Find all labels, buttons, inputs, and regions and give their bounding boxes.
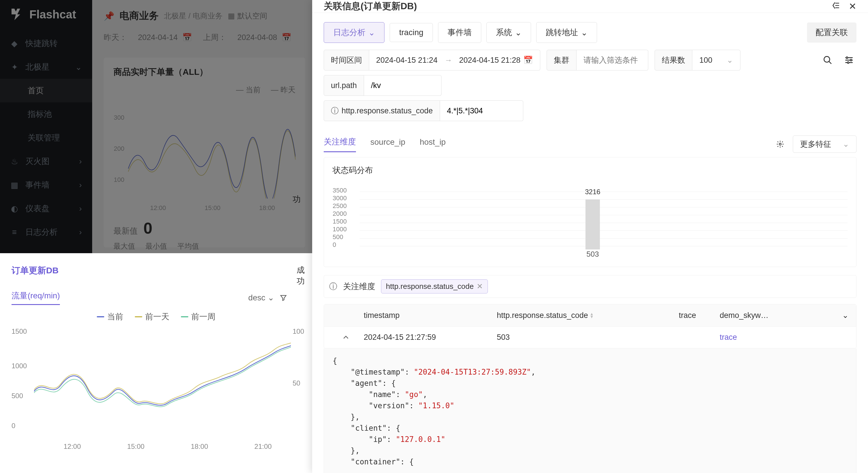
chevron-right-icon: › (79, 204, 82, 213)
time-to: 2024-04-15 21:28 (459, 56, 520, 65)
close-icon[interactable]: ✕ (849, 1, 857, 12)
configure-relation-button[interactable]: 配置关联 (807, 23, 857, 42)
stat-max-label: 最大值 (114, 241, 135, 251)
tab-flow[interactable]: 流量(req/min) (11, 290, 60, 305)
tab-host-ip[interactable]: host_ip (420, 138, 445, 151)
histogram-bar[interactable] (586, 199, 600, 249)
settings-lines-icon[interactable] (841, 53, 857, 68)
log-json-detail[interactable]: { "@timestamp": "2024-04-15T13:27:59.893… (324, 348, 857, 473)
tab-success[interactable]: 成功 (291, 265, 312, 286)
tab-source-ip[interactable]: source_ip (370, 138, 405, 151)
info-icon: ⓘ (331, 106, 339, 116)
gauge-icon: ◐ (10, 205, 19, 213)
cluster-field[interactable] (584, 56, 641, 65)
time-range-picker[interactable]: 2024-04-15 21:24 → 2024-04-15 21:28 📅 (369, 50, 540, 70)
nav-quick-jump-label: 快捷跳转 (25, 38, 58, 49)
chevron-down-icon: ⌄ (843, 139, 849, 149)
cell-timestamp: 2024-04-15 21:27:59 (364, 333, 493, 342)
col-trace[interactable]: trace (679, 311, 716, 320)
crumb-sep: / (188, 11, 190, 20)
nav-home[interactable]: 首页 (0, 79, 92, 102)
svg-point-1 (846, 57, 848, 59)
close-icon[interactable]: ✕ (476, 282, 483, 291)
nav-event-wall[interactable]: ▦ 事件墙 › (0, 173, 92, 197)
cluster-input[interactable] (577, 50, 648, 70)
space-badge[interactable]: ▦ 默认空间 (228, 11, 267, 21)
lastweek-date-picker[interactable]: 2024-04-08 📅 (235, 32, 294, 43)
legend-prev-day: 前一天 (145, 311, 169, 322)
status-code-field[interactable] (447, 106, 516, 115)
svg-point-4 (779, 143, 781, 145)
list-collapse-icon[interactable] (831, 1, 841, 12)
table-row[interactable]: 2024-04-15 21:27:59 503 trace (324, 326, 856, 348)
nav-metric-pool[interactable]: 指标池 (0, 102, 92, 126)
tab-jump-addr[interactable]: 跳转地址 ⌄ (536, 22, 597, 43)
gear-icon[interactable] (773, 137, 788, 151)
tooltip-partial: 功 (291, 192, 302, 207)
col-timestamp[interactable]: timestamp (364, 311, 493, 320)
success-rate-panel-partial: 成功 100 50 (291, 253, 312, 473)
legend-item: 当前 (246, 86, 260, 94)
yesterday-label: 昨天： (104, 32, 127, 42)
flow-chart-legend: 当前 前一天 前一周 (11, 311, 301, 322)
cell-status: 503 (497, 333, 675, 342)
info-icon: ⓘ (329, 281, 337, 292)
tab-log-analysis[interactable]: 日志分析 ⌄ (324, 22, 384, 43)
status-code-histogram-card: 状态码分布 3500 3000 2500 2000 1500 1000 500 … (324, 157, 857, 267)
focus-dimension-tag[interactable]: http.response.status_code ✕ (381, 279, 488, 294)
svg-point-2 (850, 59, 852, 61)
nav-label: 仪表盘 (25, 203, 50, 214)
nav-dashboard[interactable]: ◐ 仪表盘 › (0, 197, 92, 221)
nav-fire-map[interactable]: ♨ 灭火图 › (0, 149, 92, 173)
grid-icon: ▦ (228, 11, 235, 21)
legend-item: 昨天 (280, 86, 296, 94)
yesterday-date-picker[interactable]: 2024-04-14 📅 (135, 32, 195, 43)
col-status-code[interactable]: http.response.status_code ▲▼ (497, 311, 675, 320)
url-path-field[interactable] (371, 81, 434, 90)
stat-min-label: 最小值 (146, 241, 167, 251)
log-table: timestamp http.response.status_code ▲▼ t… (324, 304, 857, 348)
search-icon[interactable] (820, 53, 835, 68)
panel-title[interactable]: 订单更新DB (11, 265, 301, 276)
chevron-down-icon: ⌄ (726, 56, 733, 65)
tab-focus-dimension[interactable]: 关注维度 (324, 136, 356, 152)
more-features-select[interactable]: 更多特征 ⌄ (793, 136, 857, 153)
filter-icon[interactable] (279, 294, 287, 302)
flame-icon: ♨ (10, 157, 19, 165)
filter-row-2: url.path (312, 70, 868, 96)
trace-link[interactable]: trace (720, 333, 849, 342)
tab-tracing[interactable]: tracing (390, 23, 433, 42)
filter-row-3: ⓘ http.response.status_code (312, 96, 868, 121)
nav-label: 指标池 (28, 109, 52, 120)
tab-event-wall[interactable]: 事件墙 (438, 22, 481, 43)
status-code-input[interactable] (440, 100, 523, 121)
col-demo[interactable]: demo_skyw… (720, 311, 769, 320)
chevron-right-icon: › (79, 228, 82, 237)
chevron-down-icon: ⌄ (368, 28, 375, 37)
time-from: 2024-04-15 21:24 (376, 56, 437, 65)
result-count-select[interactable]: 100 ⌄ (692, 50, 740, 70)
bar-value-label: 3216 (585, 188, 600, 196)
brand-name: Flashcat (29, 8, 76, 21)
chevron-down-icon[interactable]: ⌄ (842, 311, 849, 320)
nav-log-analysis[interactable]: ≡ 日志分析 › (0, 221, 92, 244)
flow-line-chart: 1500 1000 500 0 12:00 15:00 18:00 21:00 (11, 326, 301, 441)
crumb-part[interactable]: 北极星 (164, 11, 186, 20)
tab-system[interactable]: 系统 ⌄ (487, 22, 531, 43)
nav-polaris[interactable]: ✦ 北极星 ⌄ (0, 55, 92, 79)
wall-icon: ▦ (10, 181, 19, 189)
url-path-label: url.path (324, 75, 364, 96)
nav-quick-jump[interactable]: ◆ 快捷跳转 (0, 32, 92, 55)
url-path-input[interactable] (364, 75, 441, 96)
dimension-tabs: 关注维度 source_ip host_ip 更多特征 ⌄ (312, 121, 868, 153)
row-collapse-toggle[interactable] (332, 334, 360, 341)
pin-icon[interactable]: 📌 (104, 11, 114, 21)
chevron-down-icon: ⌄ (75, 62, 82, 72)
sort-select[interactable]: desc ⌄ (248, 293, 274, 302)
app-sidebar: Flashcat ◆ 快捷跳转 ✦ 北极星 ⌄ 首页 指标池 关联管理 ♨ 灭火… (0, 0, 92, 253)
log-icon: ≡ (10, 228, 19, 236)
nav-assoc-mgmt[interactable]: 关联管理 (0, 126, 92, 149)
crumb-part[interactable]: 电商业务 (193, 11, 223, 20)
date-text: 2024-04-08 (237, 33, 277, 42)
stat-subrow: 最大值 最小值 平均值 (114, 241, 296, 251)
